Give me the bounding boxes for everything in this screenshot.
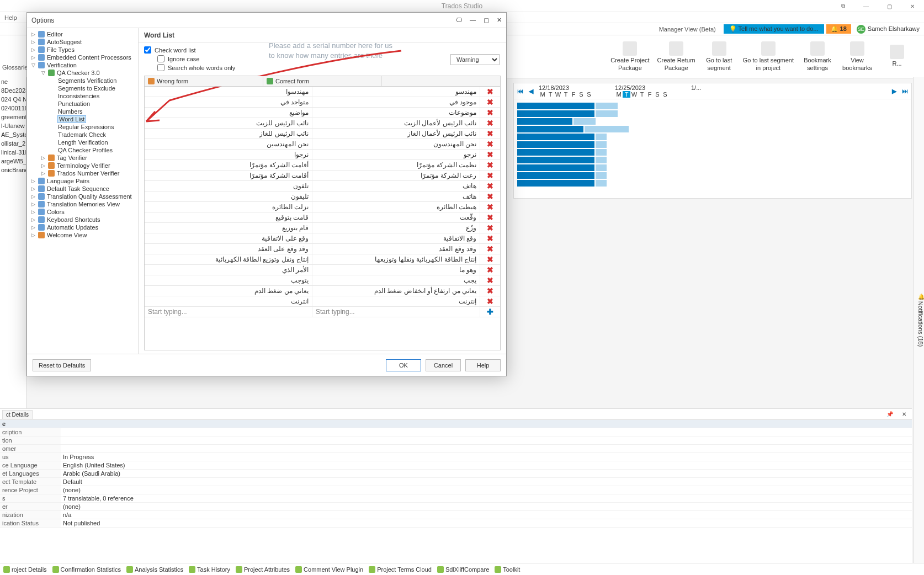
window-restore-icon[interactable]: ⧉ <box>831 0 854 12</box>
tree-item[interactable]: Trademark Check <box>27 131 138 139</box>
dialog-screen-icon[interactable]: 🖵 <box>456 17 462 24</box>
bottom-tab[interactable]: Toolkit <box>495 566 520 573</box>
project-strip-item[interactable]: onicBrand <box>0 166 26 174</box>
correct-cell[interactable]: وقد وقع العقد <box>312 244 480 254</box>
tree-item[interactable]: ▷Trados Number Verifier <box>27 169 138 177</box>
delete-row-icon[interactable]: ✖ <box>480 296 500 306</box>
word-list-row[interactable]: انترنتإنترنت✖ <box>145 296 500 307</box>
word-list-row[interactable]: متواجد فيموجود في✖ <box>145 97 500 108</box>
delete-row-icon[interactable]: ✖ <box>480 244 500 254</box>
wrong-cell[interactable]: مواضيع <box>145 108 312 118</box>
wrong-cell[interactable]: نائب الرئيس للزيت <box>145 118 312 128</box>
side-tab-notifications[interactable]: 🔔 Notifications (18) <box>913 77 924 563</box>
tab-manager-view[interactable]: Manager View (Beta) <box>654 25 721 34</box>
correct-cell[interactable]: وقع الاتفاقية <box>312 233 480 243</box>
cal-first-icon[interactable]: ⏮ <box>517 88 523 94</box>
tree-expander-icon[interactable]: ▷ <box>30 217 36 222</box>
tree-item[interactable]: QA Checker Profiles <box>27 146 138 154</box>
word-list-row[interactable]: مهندسوامهندسو✖ <box>145 87 500 97</box>
delete-row-icon[interactable]: ✖ <box>480 181 500 191</box>
wrong-cell[interactable]: يعاني من ضغط الدم <box>145 286 312 296</box>
tree-item[interactable]: Segments Verification <box>27 77 138 84</box>
col-wrong-form[interactable]: Wrong form <box>145 76 263 86</box>
col-correct-form[interactable]: Correct form <box>263 76 382 86</box>
ribbon-item[interactable]: Create ProjectPackage <box>610 38 649 75</box>
tree-expander-icon[interactable]: ▷ <box>30 194 36 199</box>
project-strip-item[interactable]: ollistar_2... <box>0 139 26 148</box>
tree-expander-icon[interactable]: ▷ <box>30 178 36 184</box>
tree-expander-icon[interactable]: ▷ <box>40 171 46 176</box>
wrong-cell[interactable]: وقد وقع على العقد <box>145 244 312 254</box>
tree-item[interactable]: ▷AutoSuggest <box>27 38 138 46</box>
dialog-close-icon[interactable]: ✕ <box>497 17 502 24</box>
severity-dropdown[interactable]: Warning <box>450 54 500 65</box>
tree-expander-icon[interactable]: ▷ <box>30 47 36 52</box>
delete-row-icon[interactable]: ✖ <box>480 150 500 159</box>
tree-expander-icon[interactable]: ▷ <box>30 55 36 60</box>
wrong-cell[interactable]: نزلت الطائرة <box>145 202 312 212</box>
project-strip-item[interactable]: linical-31M <box>0 148 26 157</box>
tree-expander-icon[interactable]: ▷ <box>40 155 46 161</box>
tree-item[interactable]: ▽QA Checker 3.0 <box>27 69 138 77</box>
ok-button[interactable]: OK <box>386 359 421 371</box>
correct-cell[interactable]: وقّعت <box>312 212 480 222</box>
bottom-tab[interactable]: Confirmation Statistics <box>52 566 121 573</box>
delete-row-icon[interactable]: ✖ <box>480 160 500 170</box>
delete-row-icon[interactable]: ✖ <box>480 254 500 264</box>
project-strip-item[interactable]: argeWB_4... <box>0 157 26 166</box>
dialog-minimize-icon[interactable]: — <box>470 17 476 24</box>
word-list-row[interactable]: أقامت الشركة مؤتمرًارعت الشركة مؤتمرًا✖ <box>145 171 500 181</box>
tree-item[interactable]: ▷Keyboard Shortcuts <box>27 216 138 223</box>
tree-expander-icon[interactable]: ▽ <box>30 62 36 68</box>
wrong-cell[interactable]: نائب الرئيس للغاز <box>145 129 312 139</box>
bottom-tab[interactable]: Project Attributes <box>236 566 290 573</box>
cancel-button[interactable]: Cancel <box>426 359 461 371</box>
notifications-badge[interactable]: 🔔 18 <box>826 24 851 34</box>
correct-cell[interactable]: نرجو <box>312 150 480 159</box>
delete-row-icon[interactable]: ✖ <box>480 265 500 275</box>
delete-row-icon[interactable]: ✖ <box>480 129 500 139</box>
delete-row-icon[interactable]: ✖ <box>480 223 500 233</box>
project-strip-item[interactable]: 024 Q4 Ne... <box>0 95 26 104</box>
dialog-maximize-icon[interactable]: ▢ <box>484 17 489 24</box>
tree-item[interactable]: ▷File Types <box>27 46 138 54</box>
wrong-cell[interactable]: الأمر الذي <box>145 265 312 275</box>
delete-row-icon[interactable]: ✖ <box>480 286 500 296</box>
correct-cell[interactable]: نائب الرئيس لأعمال الغاز <box>312 129 480 139</box>
bottom-tab[interactable]: Analysis Statistics <box>126 566 183 573</box>
project-strip-item[interactable]: 02400119... <box>0 104 26 113</box>
bottom-tab[interactable]: Comment View Plugin <box>295 566 363 573</box>
tree-expander-icon[interactable]: ▷ <box>30 232 36 238</box>
tree-item[interactable]: ▽Verification <box>27 61 138 69</box>
ribbon-item[interactable]: Viewbookmarks <box>841 38 873 75</box>
word-list-row[interactable]: وقد وقع على العقدوقد وقع العقد✖ <box>145 244 500 254</box>
tree-expander-icon[interactable]: ▷ <box>30 186 36 191</box>
options-tree[interactable]: ▷Editor▷AutoSuggest▷File Types▷Embedded … <box>27 28 139 354</box>
delete-row-icon[interactable]: ✖ <box>480 171 500 180</box>
tree-item[interactable]: ▷Automatic Updates <box>27 223 138 231</box>
word-list-row[interactable]: نائب الرئيس للغازنائب الرئيس لأعمال الغا… <box>145 129 500 139</box>
tree-item[interactable]: Length Verification <box>27 139 138 146</box>
tree-expander-icon[interactable]: ▷ <box>40 163 46 168</box>
bottom-tab[interactable]: SdlXliffCompare <box>437 566 489 573</box>
tree-item[interactable]: ▷Language Pairs <box>27 177 138 185</box>
word-list-row[interactable]: قام بتوزيعوزّع✖ <box>145 223 500 233</box>
tree-item[interactable]: ▷Editor <box>27 30 138 38</box>
tree-item[interactable]: ▷Translation Quality Assessment <box>27 193 138 200</box>
menu-help[interactable]: Help <box>4 14 17 21</box>
word-list-row[interactable]: الأمر الذيوهو ما✖ <box>145 265 500 275</box>
panel-close-icon[interactable]: ✕ <box>899 410 910 418</box>
wrong-cell[interactable]: متواجد في <box>145 97 312 107</box>
word-list-row[interactable]: نحن المهندسيننحن المهندسون✖ <box>145 139 500 150</box>
word-list-row[interactable]: قامت بتوقيعوقّعت✖ <box>145 212 500 223</box>
delete-row-icon[interactable]: ✖ <box>480 202 500 212</box>
help-button[interactable]: Help <box>465 359 501 371</box>
tree-expander-icon[interactable]: ▷ <box>30 39 36 45</box>
cal-next-icon[interactable]: ▶ <box>892 88 896 95</box>
word-list-row[interactable]: مواضيعموضوعات✖ <box>145 108 500 118</box>
delete-row-icon[interactable]: ✖ <box>480 212 500 222</box>
correct-cell[interactable]: هاتف <box>312 191 480 201</box>
word-list-row[interactable]: إنتاج ونقل وتوزيع الطاقة الكهربائيةإنتاج… <box>145 254 500 265</box>
bottom-tab[interactable]: Task History <box>189 566 230 573</box>
correct-cell[interactable]: نظمت الشركة مؤتمرًا <box>312 160 480 170</box>
